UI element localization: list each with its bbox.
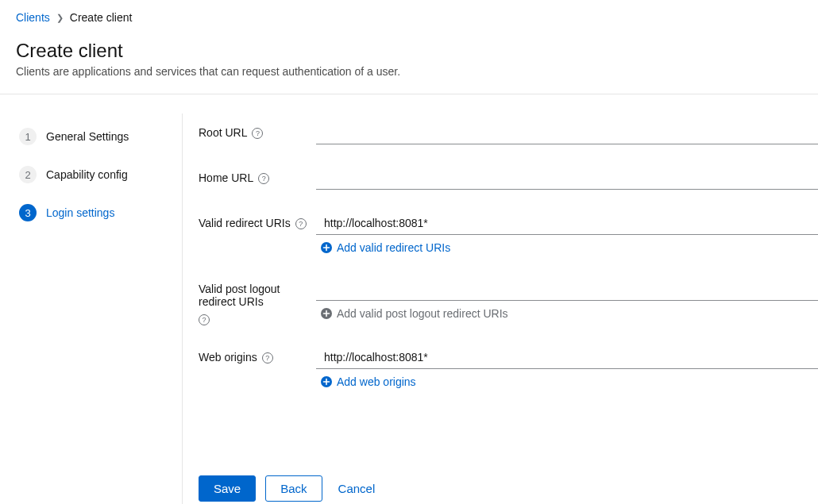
back-button[interactable]: Back bbox=[265, 475, 322, 502]
main-content: 1 General Settings 2 Capability config 3… bbox=[0, 94, 818, 504]
breadcrumb-link-clients[interactable]: Clients bbox=[16, 11, 50, 24]
wizard-step-label: Capability config bbox=[46, 168, 128, 181]
wizard-step-label: General Settings bbox=[46, 130, 129, 143]
breadcrumb: Clients ❯ Create client bbox=[16, 11, 802, 24]
home-url-input[interactable] bbox=[316, 167, 818, 190]
page-header: Clients ❯ Create client Create client Cl… bbox=[0, 0, 818, 94]
plus-circle-icon bbox=[321, 242, 332, 253]
wizard-step-number: 2 bbox=[19, 166, 37, 183]
wizard-step-number: 3 bbox=[19, 204, 37, 221]
form-label: Web origins ? bbox=[199, 346, 316, 364]
form-label: Valid post logout redirect URIs ? bbox=[199, 278, 316, 324]
plus-circle-icon bbox=[321, 376, 332, 387]
help-icon[interactable]: ? bbox=[199, 314, 210, 325]
form-area: Root URL ? Home URL ? Valid redirect URI… bbox=[183, 113, 818, 504]
footer-actions: Save Back Cancel bbox=[199, 460, 818, 504]
form-row-web-origins: Web origins ? Add web origins bbox=[199, 346, 818, 390]
cancel-button[interactable]: Cancel bbox=[332, 476, 382, 501]
help-icon[interactable]: ? bbox=[252, 128, 263, 139]
add-valid-redirect-uris-button[interactable]: Add valid redirect URIs bbox=[316, 241, 450, 254]
form-row-home-url: Home URL ? bbox=[199, 167, 818, 190]
wizard-step-login-settings[interactable]: 3 Login settings bbox=[16, 198, 174, 228]
add-web-origins-button[interactable]: Add web origins bbox=[316, 375, 416, 388]
save-button[interactable]: Save bbox=[199, 475, 256, 502]
label-text: Valid redirect URIs bbox=[199, 217, 291, 229]
form-label: Home URL ? bbox=[199, 167, 316, 184]
label-text: Web origins bbox=[199, 351, 257, 364]
breadcrumb-current: Create client bbox=[70, 11, 133, 24]
page-title: Create client bbox=[16, 40, 802, 62]
page-description: Clients are applications and services th… bbox=[16, 65, 802, 78]
form-label: Root URL ? bbox=[199, 121, 316, 139]
help-icon[interactable]: ? bbox=[295, 218, 307, 229]
add-link-label: Add web origins bbox=[337, 375, 416, 388]
label-text: Root URL bbox=[199, 126, 247, 139]
chevron-right-icon: ❯ bbox=[56, 13, 64, 23]
label-text: Valid post logout redirect URIs bbox=[199, 283, 316, 308]
wizard-step-general-settings[interactable]: 1 General Settings bbox=[16, 121, 174, 152]
form-row-valid-redirect-uris: Valid redirect URIs ? Add valid redirect… bbox=[199, 212, 818, 256]
help-icon[interactable]: ? bbox=[262, 352, 273, 364]
wizard-step-label: Login settings bbox=[46, 206, 114, 219]
form-row-root-url: Root URL ? bbox=[199, 121, 818, 144]
add-link-label: Add valid redirect URIs bbox=[337, 241, 450, 254]
add-valid-post-logout-redirect-uris-button[interactable]: Add valid post logout redirect URIs bbox=[316, 307, 508, 320]
web-origins-input[interactable] bbox=[316, 346, 818, 369]
plus-circle-icon bbox=[321, 308, 332, 319]
help-icon[interactable]: ? bbox=[258, 173, 269, 184]
wizard-step-number: 1 bbox=[19, 128, 37, 145]
valid-post-logout-redirect-uris-input[interactable] bbox=[316, 278, 818, 301]
valid-redirect-uris-input[interactable] bbox=[316, 212, 818, 235]
wizard-step-capability-config[interactable]: 2 Capability config bbox=[16, 160, 174, 190]
label-text: Home URL bbox=[199, 171, 253, 184]
form-label: Valid redirect URIs ? bbox=[199, 212, 316, 229]
add-link-label: Add valid post logout redirect URIs bbox=[337, 307, 508, 320]
root-url-input[interactable] bbox=[316, 121, 818, 144]
form-row-valid-post-logout-redirect-uris: Valid post logout redirect URIs ? Add va… bbox=[199, 278, 818, 324]
wizard-nav: 1 General Settings 2 Capability config 3… bbox=[16, 113, 183, 504]
